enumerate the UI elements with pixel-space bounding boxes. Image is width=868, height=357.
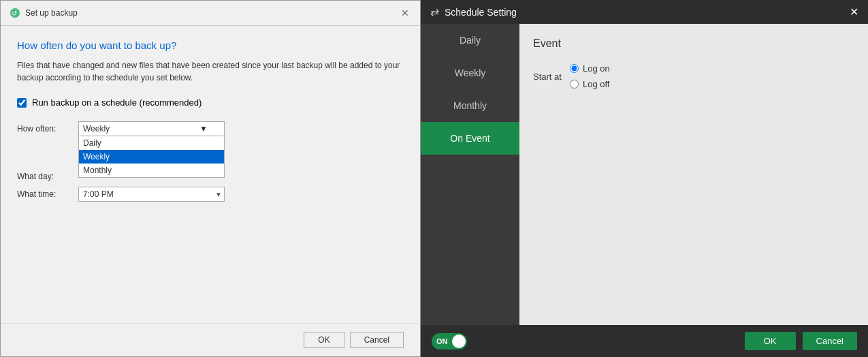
schedule-checkbox-row: Run backup on a schedule (recommended)	[17, 97, 404, 108]
left-titlebar: ↺ Set up backup ✕	[1, 1, 420, 26]
left-dialog-title: Set up backup	[25, 8, 78, 18]
backup-dialog: ↺ Set up backup ✕ How often do you want …	[0, 0, 421, 357]
schedule-sidebar: Daily Weekly Monthly On Event	[421, 24, 519, 325]
schedule-checkbox-label: Run backup on a schedule (recommended)	[32, 97, 202, 108]
dialog-question: How often do you want to back up?	[17, 40, 404, 51]
dialog-content: How often do you want to back up? Files …	[1, 26, 420, 323]
schedule-setting-dialog: ⇄ Schedule Setting ✕ Daily Weekly Monthl…	[421, 0, 868, 357]
option-weekly[interactable]: Weekly	[79, 150, 224, 164]
how-often-row: How often: Weekly ▼ Daily Weekly Monthly	[17, 121, 404, 136]
right-titlebar-left: ⇄ Schedule Setting	[430, 5, 517, 18]
how-often-dropdown-list: Daily Weekly Monthly	[78, 136, 225, 178]
log-on-radio[interactable]	[570, 64, 579, 73]
tab-weekly[interactable]: Weekly	[421, 57, 519, 89]
cancel-button[interactable]: Cancel	[350, 332, 404, 348]
titlebar-left: ↺ Set up backup	[9, 7, 78, 19]
log-off-radio[interactable]	[570, 80, 579, 89]
ok-button[interactable]: OK	[304, 332, 344, 348]
what-time-row: What time: 7:00 PM ▼	[17, 187, 404, 202]
right-body: Daily Weekly Monthly On Event Event Star…	[421, 24, 868, 325]
toggle-knob	[452, 335, 466, 348]
log-on-label: Log on	[583, 63, 610, 74]
option-monthly[interactable]: Monthly	[79, 164, 224, 177]
left-dialog-footer: OK Cancel	[1, 323, 420, 356]
footer-buttons: OK Cancel	[745, 332, 857, 350]
right-dialog-title: Schedule Setting	[445, 7, 517, 18]
right-titlebar: ⇄ Schedule Setting ✕	[421, 0, 868, 24]
schedule-content: Event Start at Log on Log off	[519, 24, 868, 325]
event-section-title: Event	[533, 37, 854, 50]
svg-text:↺: ↺	[12, 10, 17, 17]
tab-on-event[interactable]: On Event	[421, 122, 519, 155]
how-often-dropdown-container: Weekly ▼ Daily Weekly Monthly	[78, 121, 225, 136]
left-close-button[interactable]: ✕	[398, 6, 412, 20]
on-off-toggle[interactable]: ON	[432, 333, 467, 350]
option-daily[interactable]: Daily	[79, 136, 224, 150]
dropdown-arrow-icon: ▼	[199, 124, 208, 134]
schedule-checkbox[interactable]	[17, 98, 27, 108]
how-often-selected[interactable]: Weekly ▼	[78, 121, 225, 136]
what-day-label: What day:	[17, 169, 78, 181]
log-on-row: Log on	[570, 63, 610, 74]
dialog-description: Files that have changed and new files th…	[17, 59, 404, 84]
what-time-label: What time:	[17, 187, 78, 199]
time-select[interactable]: 7:00 PM	[78, 187, 225, 202]
tab-monthly[interactable]: Monthly	[421, 89, 519, 122]
log-off-label: Log off	[583, 79, 610, 89]
how-often-value: Weekly	[83, 124, 110, 134]
right-ok-button[interactable]: OK	[745, 332, 796, 350]
how-often-label: How often:	[17, 121, 78, 134]
start-at-row: Start at Log on Log off	[533, 63, 854, 89]
what-time-dropdown: 7:00 PM ▼	[78, 187, 225, 202]
toggle-label: ON	[436, 337, 448, 345]
tab-daily[interactable]: Daily	[421, 24, 519, 57]
start-at-label: Start at	[533, 72, 562, 82]
back-icon: ⇄	[430, 5, 439, 18]
right-close-button[interactable]: ✕	[850, 5, 858, 18]
toggle-container[interactable]: ON	[432, 333, 467, 350]
log-off-row: Log off	[570, 79, 610, 89]
right-cancel-button[interactable]: Cancel	[803, 332, 857, 350]
radio-group: Log on Log off	[570, 63, 610, 89]
backup-icon: ↺	[9, 7, 21, 19]
right-footer: ON OK Cancel	[421, 325, 868, 357]
